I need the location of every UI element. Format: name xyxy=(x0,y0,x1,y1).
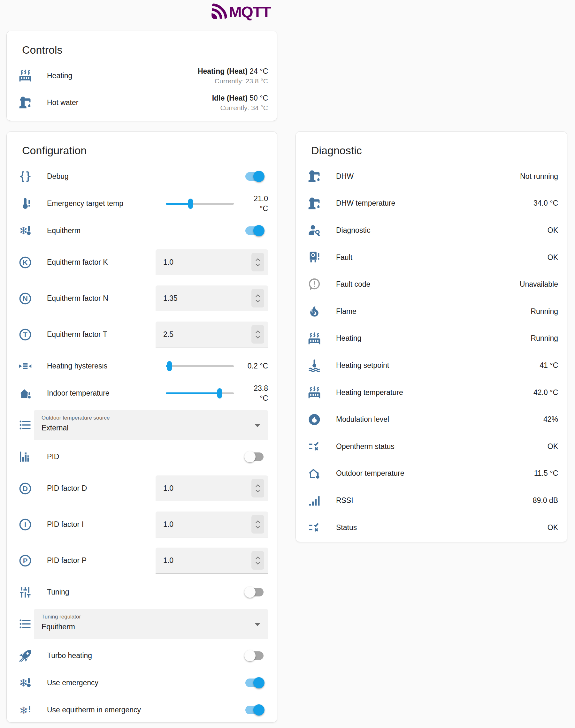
config-row-label: PID factor I xyxy=(47,520,84,529)
diagnostic-row-label: DHW xyxy=(336,172,353,181)
diagnostic-card: Diagnostic DHWNot runningDHW temperature… xyxy=(296,131,567,542)
heating-hysteresis-slider[interactable] xyxy=(166,361,234,372)
number-value: 1.0 xyxy=(163,556,251,565)
snowflake-alert-icon: ❄ xyxy=(18,703,32,717)
climate-state: Heating (Heat) 24 °CCurrently: 23.8 °C xyxy=(198,66,268,85)
mqtt-logo-icon xyxy=(211,3,228,21)
config-row-equitherm: ❄Equitherm xyxy=(15,217,268,244)
snowflake-thermometer-icon: ❄ xyxy=(18,224,32,238)
controls-card-title: Controls xyxy=(22,44,268,56)
radiator-icon xyxy=(18,69,32,83)
tune-vertical-icon xyxy=(18,585,32,599)
diagnostic-row-dhw[interactable]: DHWNot running xyxy=(305,163,558,190)
list-status-icon xyxy=(307,439,322,453)
diagnostic-row-opentherm-status[interactable]: Opentherm statusOK xyxy=(305,433,558,460)
equitherm-factor-n-input[interactable]: 1.35 xyxy=(156,286,268,311)
dropdown-arrow-icon xyxy=(255,424,260,427)
diagnostic-row-outdoor-temperature[interactable]: Outdoor temperature11.5 °C xyxy=(305,460,558,487)
pid-factor-p-stepper[interactable] xyxy=(251,551,264,570)
tuning-toggle[interactable] xyxy=(245,588,264,596)
svg-text:P: P xyxy=(23,556,28,565)
diagnostic-row-value: -89.0 dB xyxy=(530,496,558,505)
diagnostic-row-label: DHW temperature xyxy=(336,199,395,208)
diagnostic-row-value: OK xyxy=(547,523,558,532)
emergency-target-temp-slider[interactable] xyxy=(166,198,234,209)
water-boiler-alert-icon xyxy=(307,250,322,264)
diagnostic-row-label: RSSI xyxy=(336,496,353,505)
diagnostic-row-value: Running xyxy=(531,334,558,342)
equitherm-factor-t-stepper[interactable] xyxy=(251,325,264,343)
alpha-p-circle-icon: P xyxy=(18,554,32,568)
config-row-label: Turbo heating xyxy=(47,651,92,660)
slider-value: 21.0°C xyxy=(238,194,268,214)
home-thermometer-icon xyxy=(18,386,32,400)
pid-factor-p-input[interactable]: 1.0 xyxy=(156,548,268,574)
use-equitherm-in-emergency-toggle[interactable] xyxy=(245,706,264,714)
list-bulleted-icon xyxy=(18,617,32,631)
equitherm-factor-t-input[interactable]: 2.5 xyxy=(156,322,268,348)
svg-text:T: T xyxy=(23,330,28,338)
config-row-use-emergency: ❄Use emergency xyxy=(15,669,268,696)
diagnostic-row-label: Opentherm status xyxy=(336,442,395,451)
equitherm-factor-k-input[interactable]: 1.0 xyxy=(156,249,268,275)
config-row-equitherm-factor-t: TEquitherm factor T2.5 xyxy=(15,317,268,353)
config-row-label: Equitherm xyxy=(47,226,80,235)
water-pump-icon xyxy=(18,96,32,110)
pid-factor-i-stepper[interactable] xyxy=(251,515,264,534)
svg-text:K: K xyxy=(23,258,28,266)
turbo-heating-toggle[interactable] xyxy=(245,651,264,660)
configuration-card-title: Configuration xyxy=(22,144,268,157)
water-pump-icon xyxy=(307,196,322,210)
diagnostic-row-value: 34.0 °C xyxy=(534,199,558,208)
alpha-n-circle-icon: N xyxy=(18,292,32,305)
controls-row-label: Hot water xyxy=(47,98,78,107)
diagnostic-row-label: Modulation level xyxy=(336,415,389,424)
diagnostic-row-modulation-level[interactable]: Modulation level42% xyxy=(305,406,558,433)
pid-factor-d-stepper[interactable] xyxy=(251,479,264,498)
dropdown-arrow-icon xyxy=(255,623,260,626)
config-row-pid: PID xyxy=(15,443,268,470)
equitherm-toggle[interactable] xyxy=(245,226,264,235)
diagnostic-row-status[interactable]: StatusOK xyxy=(305,514,558,541)
rocket-launch-icon xyxy=(18,649,32,663)
diagnostic-row-heating-temperature[interactable]: Heating temperature42.0 °C xyxy=(305,379,558,406)
diagnostic-row-value: OK xyxy=(547,442,558,451)
diagnostic-row-heating[interactable]: HeatingRunning xyxy=(305,325,558,352)
tuning-regulator-select[interactable]: Tuning regulatorEquitherm xyxy=(34,609,268,639)
diagnostic-row-label: Diagnostic xyxy=(336,226,370,235)
config-row-pid-factor-d: DPID factor D1.0 xyxy=(15,470,268,506)
diagnostic-row-diagnostic[interactable]: DiagnosticOK xyxy=(305,217,558,244)
config-row-label: PID factor D xyxy=(47,484,87,493)
home-thermometer-outline-icon xyxy=(307,467,322,480)
config-row-label: Debug xyxy=(47,172,69,181)
use-emergency-toggle[interactable] xyxy=(245,679,264,687)
thermometer-water-icon xyxy=(307,358,322,372)
diagnostic-row-fault[interactable]: FaultOK xyxy=(305,244,558,271)
controls-row-hot-water[interactable]: Hot waterIdle (Heat) 50 °CCurrently: 34 … xyxy=(15,89,268,116)
diagnostic-row-value: Not running xyxy=(520,172,558,181)
pid-factor-i-input[interactable]: 1.0 xyxy=(156,511,268,537)
diagnostic-row-value: OK xyxy=(547,253,558,262)
diagnostic-row-dhw-temperature[interactable]: DHW temperature34.0 °C xyxy=(305,190,558,217)
alpha-t-circle-icon: T xyxy=(18,328,32,342)
diagnostic-row-value: Unavailable xyxy=(520,280,558,289)
diagnostic-row-value: 42.0 °C xyxy=(534,388,558,397)
debug-toggle[interactable] xyxy=(245,172,264,181)
outdoor-temperature-source-select[interactable]: Outdoor temperature sourceExternal xyxy=(34,410,268,440)
indoor-temperature-slider[interactable] xyxy=(166,388,234,399)
number-value: 1.35 xyxy=(163,294,251,303)
config-row-debug: Debug xyxy=(15,163,268,190)
diagnostic-row-fault-code[interactable]: Fault codeUnavailable xyxy=(305,271,558,298)
diagnostic-row-rssi[interactable]: RSSI-89.0 dB xyxy=(305,487,558,514)
equitherm-factor-n-stepper[interactable] xyxy=(251,289,264,307)
alpha-i-circle-icon: I xyxy=(18,518,32,532)
diagnostic-row-heating-setpoint[interactable]: Heating setpoint41 °C xyxy=(305,352,558,379)
controls-row-heating[interactable]: HeatingHeating (Heat) 24 °CCurrently: 23… xyxy=(15,62,268,89)
config-row-emergency-target-temp: Emergency target temp21.0°C xyxy=(15,190,268,217)
pid-factor-d-input[interactable]: 1.0 xyxy=(156,475,268,501)
equitherm-factor-k-stepper[interactable] xyxy=(251,253,264,271)
pid-toggle[interactable] xyxy=(245,452,264,461)
diagnostic-row-label: Heating temperature xyxy=(336,388,403,397)
diagnostic-row-flame[interactable]: FlameRunning xyxy=(305,298,558,325)
number-value: 1.0 xyxy=(163,258,251,267)
